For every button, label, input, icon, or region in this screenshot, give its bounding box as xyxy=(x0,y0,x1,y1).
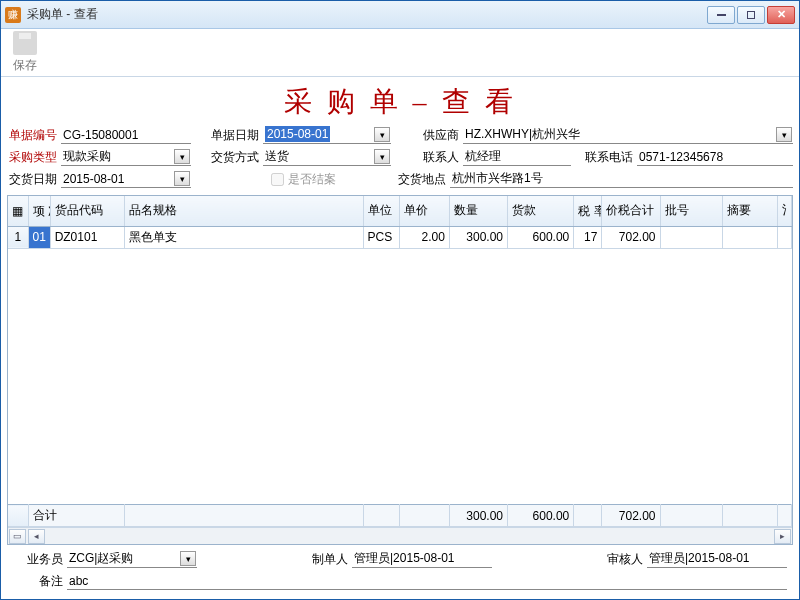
input-remark[interactable] xyxy=(67,572,787,590)
form-row-2: 采购类型 ▾ 交货方式 ▾ 联系人 联系电话 xyxy=(7,147,793,167)
checkbox-closed xyxy=(271,173,284,186)
input-clerk[interactable] xyxy=(67,550,197,568)
input-buytype[interactable] xyxy=(61,148,191,166)
label-remark: 备注 xyxy=(13,573,63,590)
col-remark[interactable]: 摘要 xyxy=(722,196,777,226)
cell-batch[interactable] xyxy=(660,226,722,248)
footer: 业务员 ▾ 制单人 审核人 备注 xyxy=(7,545,793,599)
grid: ▦ 项 次 货品代码 品名规格 单位 单价 数量 货款 税 率% 价税合计 批号… xyxy=(7,195,793,545)
cell-qty[interactable]: 300.00 xyxy=(449,226,507,248)
label-buytype: 采购类型 xyxy=(7,149,57,166)
input-maker[interactable] xyxy=(352,550,492,568)
col-rowselector[interactable]: ▦ xyxy=(8,196,28,226)
label-supplier: 供应商 xyxy=(409,127,459,144)
maximize-icon xyxy=(747,11,755,19)
label-auditor: 审核人 xyxy=(603,551,643,568)
label-phone: 联系电话 xyxy=(583,149,633,166)
total-qty: 300.00 xyxy=(449,505,507,527)
col-amt[interactable]: 货款 xyxy=(508,196,574,226)
label-contact: 联系人 xyxy=(409,149,459,166)
input-phone[interactable] xyxy=(637,148,793,166)
maximize-button[interactable] xyxy=(737,6,765,24)
label-addr: 交货地点 xyxy=(396,171,446,188)
cell-unit[interactable]: PCS xyxy=(363,226,399,248)
label-docno: 单据编号 xyxy=(7,127,57,144)
total-rowhdr xyxy=(8,505,28,527)
h-scrollbar[interactable]: ▭ ◂ ▸ xyxy=(8,527,792,544)
label-closed: 是否结案 xyxy=(288,171,336,188)
cell-seq[interactable]: 01 xyxy=(28,226,50,248)
totals-row: 合计 300.00 600.00 702.00 xyxy=(8,504,792,527)
window-title: 采购单 - 查看 xyxy=(27,6,707,23)
form-row-3: 交货日期 ▾ 是否结案 交货地点 xyxy=(7,169,793,189)
minimize-icon xyxy=(717,14,726,16)
label-clerk: 业务员 xyxy=(13,551,63,568)
label-paydate: 交货日期 xyxy=(7,171,57,188)
input-paydate[interactable] xyxy=(61,170,191,188)
grid-header: ▦ 项 次 货品代码 品名规格 单位 单价 数量 货款 税 率% 价税合计 批号… xyxy=(8,196,792,249)
label-delivery: 交货方式 xyxy=(209,149,259,166)
col-seq[interactable]: 项 次 xyxy=(28,196,50,226)
col-spec[interactable]: 品名规格 xyxy=(124,196,363,226)
save-icon xyxy=(13,31,37,55)
label-docdate: 单据日期 xyxy=(209,127,259,144)
form-row-1: 单据编号 单据日期 2015-08-01 ▾ 供应商 ▾ xyxy=(7,125,793,145)
input-supplier[interactable] xyxy=(463,126,793,144)
total-tax: 702.00 xyxy=(602,505,660,527)
close-button[interactable]: ✕ xyxy=(767,6,795,24)
cell-code[interactable]: DZ0101 xyxy=(50,226,124,248)
col-unit[interactable]: 单位 xyxy=(363,196,399,226)
content: 采 购 单 – 查 看 单据编号 单据日期 2015-08-01 ▾ 供应商 ▾… xyxy=(1,77,799,599)
input-docno[interactable] xyxy=(61,126,191,144)
scroll-left-icon[interactable]: ◂ xyxy=(28,529,45,544)
total-amt: 600.00 xyxy=(508,505,574,527)
cell-price[interactable]: 2.00 xyxy=(399,226,449,248)
input-docdate[interactable]: 2015-08-01 xyxy=(263,126,391,144)
save-label: 保存 xyxy=(5,57,45,74)
page-title: 采 购 单 – 查 看 xyxy=(7,77,793,125)
window: 赚 采购单 - 查看 ✕ 保存 采 购 单 – 查 看 单据编号 单据日期 20… xyxy=(0,0,800,600)
save-button: 保存 xyxy=(5,31,45,74)
cell-tax[interactable]: 702.00 xyxy=(602,226,660,248)
col-code[interactable]: 货品代码 xyxy=(50,196,124,226)
cell-end xyxy=(777,226,791,248)
total-label: 合计 xyxy=(28,505,124,527)
input-addr[interactable] xyxy=(450,170,793,188)
col-price[interactable]: 单价 xyxy=(399,196,449,226)
col-end: 氵 xyxy=(777,196,791,226)
cell-remark[interactable] xyxy=(722,226,777,248)
scroll-right-icon[interactable]: ▸ xyxy=(774,529,791,544)
col-tax[interactable]: 价税合计 xyxy=(602,196,660,226)
minimize-button[interactable] xyxy=(707,6,735,24)
label-maker: 制单人 xyxy=(308,551,348,568)
header-row: ▦ 项 次 货品代码 品名规格 单位 单价 数量 货款 税 率% 价税合计 批号… xyxy=(8,196,792,226)
input-delivery[interactable] xyxy=(263,148,391,166)
table-row[interactable]: 1 01 DZ0101 黑色单支 PCS 2.00 300.00 600.00 … xyxy=(8,226,792,248)
input-auditor[interactable] xyxy=(647,550,787,568)
col-rate[interactable]: 税 率% xyxy=(574,196,602,226)
cell-spec[interactable]: 黑色单支 xyxy=(124,226,363,248)
close-icon: ✕ xyxy=(777,8,786,21)
titlebar: 赚 采购单 - 查看 ✕ xyxy=(1,1,799,29)
window-controls: ✕ xyxy=(707,6,795,24)
cell-amt[interactable]: 600.00 xyxy=(508,226,574,248)
scroll-inner-icon[interactable]: ▭ xyxy=(9,529,26,544)
col-qty[interactable]: 数量 xyxy=(449,196,507,226)
toolbar: 保存 xyxy=(1,29,799,77)
cell-rate[interactable]: 17 xyxy=(574,226,602,248)
col-batch[interactable]: 批号 xyxy=(660,196,722,226)
input-contact[interactable] xyxy=(463,148,571,166)
grid-blank xyxy=(8,249,792,505)
app-icon: 赚 xyxy=(5,7,21,23)
cell-idx: 1 xyxy=(8,226,28,248)
